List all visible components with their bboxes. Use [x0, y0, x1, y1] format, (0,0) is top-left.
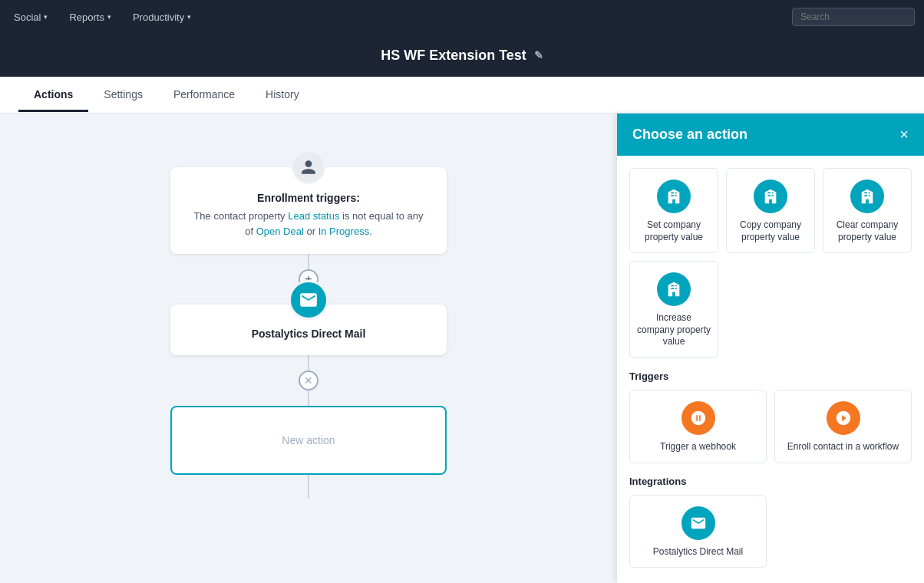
tab-settings[interactable]: Settings — [88, 79, 158, 112]
triggers-grid: Trigger a webhook Enroll contact in a wo… — [629, 390, 912, 463]
enrollment-trigger-card[interactable]: Enrollment triggers: The contact propert… — [170, 167, 447, 254]
search-input[interactable] — [792, 8, 915, 26]
in-progress-link[interactable]: In Progress — [318, 226, 369, 237]
panel-title: Choose an action — [632, 127, 747, 143]
edit-title-icon[interactable]: ✎ — [534, 49, 543, 61]
integrations-grid: Postalytics Direct Mail — [629, 495, 912, 568]
close-panel-button[interactable]: × — [899, 126, 909, 143]
new-action-label: New action — [282, 434, 335, 446]
postalytics-action-card[interactable]: Postalytics Direct Mail — [170, 305, 447, 355]
main-layout: Enrollment triggers: The contact propert… — [0, 114, 924, 583]
enroll-workflow-label: Enroll contact in a workflow — [787, 441, 899, 453]
postalytics-mail-icon — [690, 515, 707, 532]
increase-company-icon — [657, 272, 691, 306]
lead-status-link[interactable]: Lead status — [288, 210, 339, 222]
action-postalytics[interactable]: Postalytics Direct Mail — [629, 495, 767, 568]
building-icon — [665, 188, 682, 205]
action-increase-company-property[interactable]: Increase company property value — [629, 261, 718, 358]
right-panel: Choose an action × Set company property … — [617, 114, 924, 583]
productivity-chevron-icon: ▾ — [187, 13, 191, 21]
productivity-nav-item[interactable]: Productivity ▾ — [128, 8, 196, 26]
action-clear-company-property[interactable]: Clear company property value — [823, 168, 912, 253]
avatar — [292, 150, 325, 184]
workflow-title: HS WF Extension Test — [381, 48, 526, 64]
webhook-label: Trigger a webhook — [660, 441, 736, 453]
reports-chevron-icon: ▾ — [107, 13, 111, 21]
increase-company-label: Increase company property value — [636, 312, 711, 348]
copy-company-icon — [754, 180, 787, 213]
connector-line — [308, 390, 309, 406]
clear-company-label: Clear company property value — [830, 219, 905, 243]
top-navigation: Social ▾ Reports ▾ Productivity ▾ — [0, 0, 924, 34]
integrations-section-label: Integrations — [629, 476, 912, 487]
copy-company-label: Copy company property value — [733, 219, 808, 243]
tabs-bar: Actions Settings Performance History — [0, 77, 924, 114]
connector-2: ✕ — [299, 355, 318, 406]
connector-3 — [308, 475, 309, 498]
postalytics-action-label: Postalytics Direct Mail — [193, 328, 424, 340]
postalytics-action-icon — [289, 280, 328, 320]
action-trigger-webhook[interactable]: Trigger a webhook — [629, 390, 767, 463]
clear-company-icon — [850, 180, 884, 213]
webhook-svg-icon — [690, 410, 707, 427]
webhook-icon — [681, 401, 715, 435]
action-copy-company-property[interactable]: Copy company property value — [726, 168, 815, 253]
new-action-card[interactable]: New action — [170, 406, 447, 475]
social-chevron-icon: ▾ — [44, 13, 48, 21]
building-clear-icon — [859, 188, 876, 205]
tab-performance[interactable]: Performance — [158, 79, 250, 112]
connector-line — [308, 254, 309, 269]
workflow-canvas: Enrollment triggers: The contact propert… — [0, 114, 617, 583]
enroll-svg-icon — [835, 410, 852, 427]
action-set-company-property[interactable]: Set company property value — [629, 168, 718, 253]
connector-line — [308, 355, 309, 371]
remove-action-button[interactable]: ✕ — [299, 371, 318, 390]
reports-nav-item[interactable]: Reports ▾ — [64, 8, 116, 26]
person-icon — [300, 159, 317, 176]
set-company-label: Set company property value — [636, 219, 711, 243]
mail-icon — [299, 290, 318, 310]
social-nav-item[interactable]: Social ▾ — [9, 8, 52, 26]
panel-header: Choose an action × — [617, 114, 924, 156]
tab-history[interactable]: History — [250, 79, 315, 112]
panel-body: Set company property value Copy company … — [617, 156, 924, 583]
action-enroll-contact-workflow[interactable]: Enroll contact in a workflow — [774, 390, 912, 463]
set-company-icon — [657, 180, 691, 213]
building-increase-icon — [665, 281, 682, 298]
building-copy-icon — [762, 188, 779, 205]
postalytics-panel-label: Postalytics Direct Mail — [653, 546, 743, 558]
tab-actions[interactable]: Actions — [18, 79, 88, 112]
enrollment-description: The contact property Lead status is not … — [193, 209, 424, 239]
open-deal-link[interactable]: Open Deal — [256, 226, 304, 237]
enroll-workflow-icon — [827, 401, 860, 435]
triggers-section-label: Triggers — [629, 371, 912, 382]
enrollment-title: Enrollment triggers: — [193, 192, 424, 204]
connector-line — [308, 475, 309, 498]
postalytics-panel-icon — [681, 506, 715, 540]
company-actions-grid: Set company property value Copy company … — [629, 168, 912, 358]
page-header: HS WF Extension Test ✎ — [0, 34, 924, 77]
